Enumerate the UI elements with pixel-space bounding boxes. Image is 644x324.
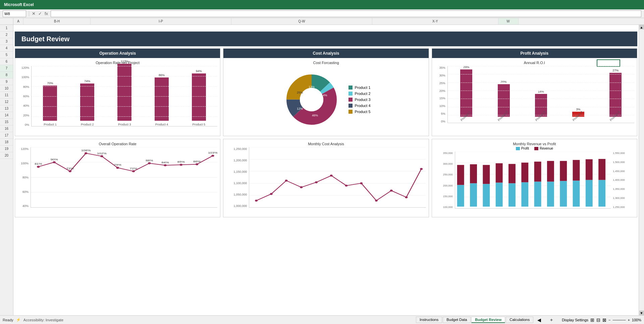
scroll-up-btn[interactable]: ▲ <box>639 25 644 30</box>
overall-op-title: Overall Operation Rate <box>18 142 217 146</box>
cancel-icon: ✕ <box>32 11 36 16</box>
overall-op-rate-panel: Overall Operation Rate 120%100%80%60%40% <box>15 139 220 217</box>
revenue-chart-svg <box>455 152 611 209</box>
svg-point-50 <box>345 184 348 186</box>
zoom-level: 100% <box>632 318 641 322</box>
sheet-scroll-left[interactable]: ◀ <box>537 317 541 323</box>
row-num-4: 4 <box>0 45 13 52</box>
row-num-11: 11 <box>0 92 13 99</box>
tab-budget-data[interactable]: Budget Data <box>443 317 471 323</box>
svg-point-54 <box>405 196 408 198</box>
svg-text:84%: 84% <box>161 161 169 164</box>
svg-text:13%: 13% <box>309 85 315 89</box>
svg-rect-74 <box>534 162 541 182</box>
row-num-1: 1 <box>0 25 13 32</box>
function-icon: fx <box>45 11 48 16</box>
legend-product1: Product 1 <box>355 86 370 90</box>
svg-rect-70 <box>508 164 516 183</box>
accessibility-text: Accessibility: Investigate <box>23 318 63 322</box>
svg-rect-65 <box>483 184 490 207</box>
bar-product1: 70% Product 1 <box>43 82 57 126</box>
zoom-minus-btn[interactable]: − <box>608 318 610 322</box>
svg-point-45 <box>270 193 273 195</box>
monthly-revenue-panel: Monthly Revenue vs Profit Profit Revenue… <box>432 139 637 217</box>
svg-rect-63 <box>470 183 477 207</box>
y-label-80: 80% <box>18 85 29 89</box>
legend-product3: Product 3 <box>355 98 370 102</box>
svg-text:12%: 12% <box>297 107 303 110</box>
normal-view-btn[interactable]: ⊞ <box>590 317 594 323</box>
status-bar: Ready ⚡ Accessibility: Investigate Instr… <box>0 315 644 324</box>
legend-product2: Product 2 <box>355 92 370 96</box>
svg-rect-78 <box>560 161 567 181</box>
svg-rect-68 <box>495 163 502 183</box>
tab-instructions[interactable]: Instructions <box>416 317 442 323</box>
page-layout-btn[interactable]: ⊟ <box>596 317 600 323</box>
svg-rect-82 <box>586 159 593 180</box>
col-header-a[interactable]: A <box>13 18 23 24</box>
row-num-17: 17 <box>0 132 13 139</box>
svg-point-48 <box>315 181 318 183</box>
col-header-i[interactable]: I-P <box>91 18 231 24</box>
y-label-100: 100% <box>18 75 29 79</box>
name-box[interactable]: W8 <box>3 10 26 17</box>
row-col-corner <box>0 18 13 24</box>
roi-bar-product3: 14% Product 3 <box>535 90 548 123</box>
svg-text:72%: 72% <box>130 167 138 170</box>
svg-point-5 <box>300 88 323 111</box>
row-num-16: 16 <box>0 125 13 132</box>
svg-rect-79 <box>573 180 580 207</box>
svg-rect-67 <box>495 182 502 207</box>
svg-point-55 <box>420 168 423 170</box>
col-header-x[interactable]: X-Y <box>372 18 498 24</box>
zoom-plus-btn[interactable]: + <box>628 318 630 322</box>
svg-rect-62 <box>457 165 464 185</box>
svg-rect-76 <box>547 161 554 182</box>
svg-rect-75 <box>547 181 554 207</box>
col-header-q[interactable]: Q-W <box>231 18 372 24</box>
display-settings-label: Display Settings <box>562 318 588 322</box>
svg-rect-69 <box>508 183 516 207</box>
svg-point-23 <box>164 164 166 166</box>
revenue-profit-legend: Profit Revenue <box>435 147 634 150</box>
bar-product5: 94% Product 5 <box>192 69 206 126</box>
svg-text:103%: 103% <box>208 151 217 154</box>
row-num-12: 12 <box>0 99 13 105</box>
y-label-20: 20% <box>18 114 29 117</box>
svg-rect-66 <box>483 165 490 184</box>
svg-text:88%: 88% <box>146 159 153 162</box>
vertical-scrollbar[interactable]: ▲ ▼ <box>639 25 644 315</box>
svg-rect-84 <box>598 159 605 180</box>
formula-bar[interactable] <box>51 10 641 17</box>
svg-point-19 <box>100 155 103 157</box>
svg-text:46%: 46% <box>312 114 318 117</box>
monthly-revenue-title: Monthly Revenue vs Profit <box>435 142 634 146</box>
app-title: Microsoft Excel <box>4 2 34 7</box>
zoom-slider[interactable]: ───── <box>612 318 626 322</box>
svg-text:102%: 102% <box>97 152 107 155</box>
row-num-5: 5 <box>0 52 13 58</box>
tab-calculations[interactable]: Calculations <box>506 317 533 323</box>
bar-product4: 86% Product 4 <box>155 73 169 126</box>
cost-analysis-header: Cost Analysis <box>223 49 428 58</box>
svg-point-15 <box>37 166 40 168</box>
y-label-120: 120% <box>18 66 29 69</box>
svg-point-47 <box>300 186 303 188</box>
row-num-3: 3 <box>0 38 13 45</box>
operation-analysis-header: Operation Analysis <box>15 49 220 58</box>
donut-chart: 13% 4% 46% 12% 25% <box>281 69 342 130</box>
operation-analysis-panel: Operation Analysis Operation Rate per Pr… <box>15 48 220 136</box>
monthly-cost-panel: Monthly Cost Analysis 1,250,0001,200,000… <box>223 139 429 217</box>
scroll-down-btn[interactable]: ▼ <box>639 311 644 315</box>
col-header-b[interactable]: B-H <box>23 18 91 24</box>
tab-budget-review[interactable]: Budget Review <box>471 317 505 323</box>
svg-point-24 <box>180 164 182 166</box>
col-header-w-active[interactable]: W <box>498 18 519 24</box>
svg-rect-64 <box>470 164 477 183</box>
page-break-btn[interactable]: ⊠ <box>602 317 606 323</box>
svg-rect-83 <box>598 180 605 207</box>
accessibility-icon: ⚡ <box>16 318 21 322</box>
sheet-add-btn[interactable]: ＋ <box>549 317 554 323</box>
svg-point-20 <box>116 167 119 169</box>
svg-text:85%: 85% <box>177 160 185 163</box>
